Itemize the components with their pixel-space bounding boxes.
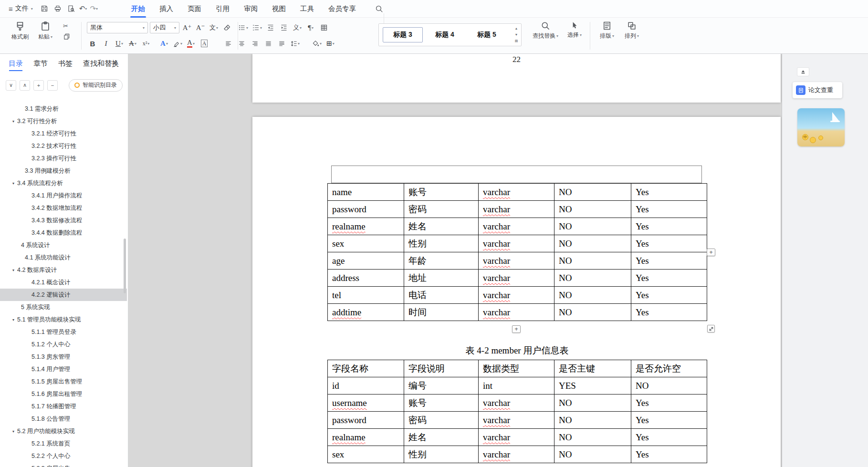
undo-button[interactable]: ↶ ▾ xyxy=(79,4,87,13)
table-header-cell[interactable]: 字段名称 xyxy=(328,360,404,377)
table-cell[interactable]: NO xyxy=(554,252,631,270)
table-cell[interactable]: 时间 xyxy=(404,304,479,321)
table-cell[interactable]: tel xyxy=(328,287,404,304)
style-gallery-scroll[interactable]: ▲ ▼ ▤ xyxy=(513,25,520,44)
table-cell[interactable]: password xyxy=(328,412,404,429)
menu-tab-6[interactable]: 视图 xyxy=(265,0,293,18)
paper-check-button[interactable]: 论文查重 xyxy=(793,82,842,98)
table-cell[interactable]: Yes xyxy=(631,394,707,412)
underline-button[interactable]: U▾ xyxy=(114,38,125,49)
sidebar-tab-2[interactable]: 章节 xyxy=(33,54,48,73)
toc-item[interactable]: 4.1 系统功能设计 xyxy=(0,251,127,264)
table-cell[interactable]: id xyxy=(328,377,404,394)
table-cell[interactable]: Yes xyxy=(631,304,707,321)
field-table-2[interactable]: 字段名称字段说明数据类型是否主键是否允许空id编号intYESNOusernam… xyxy=(327,360,707,463)
cut-button[interactable]: ✂ xyxy=(63,22,70,30)
table-cell[interactable]: realname xyxy=(328,218,404,235)
sidebar-tab-3[interactable]: 书签 xyxy=(58,54,73,73)
table-cell[interactable]: 年龄 xyxy=(404,252,479,270)
expand-all-button[interactable]: ∧ xyxy=(20,80,30,91)
toc-expand-icon[interactable]: ▾ xyxy=(12,268,14,272)
table-cell[interactable]: NO xyxy=(554,270,631,287)
text-effects-button[interactable]: A▾ xyxy=(158,38,170,49)
print-button[interactable] xyxy=(52,2,64,15)
table-cell[interactable]: username xyxy=(328,394,404,412)
file-menu-button[interactable]: ≡ 文件 ▾ xyxy=(4,4,38,13)
arrange-button[interactable]: 排列▾ xyxy=(620,21,643,40)
shading-button[interactable]: ▾ xyxy=(311,38,323,49)
table-cell[interactable]: age xyxy=(328,252,404,270)
font-color-button[interactable]: A▾ xyxy=(185,38,197,49)
decrease-indent-button[interactable] xyxy=(265,22,276,33)
empty-table-row[interactable] xyxy=(331,166,702,183)
toc-item[interactable]: 4.2.2 逻辑设计 xyxy=(0,289,127,301)
table-cell[interactable]: Yes xyxy=(631,446,707,463)
paste-button[interactable]: 粘贴▾ xyxy=(38,21,52,41)
table-cell[interactable]: name xyxy=(328,184,404,201)
sidebar-scrollbar[interactable] xyxy=(124,239,126,293)
table-cell[interactable]: 姓名 xyxy=(404,429,479,446)
toc-item[interactable]: 4.2.1 概念设计 xyxy=(0,276,127,289)
toc-item[interactable]: 3.2.1 经济可行性 xyxy=(0,127,127,140)
toc-item[interactable]: 3.4.3 数据修改流程 xyxy=(0,214,127,227)
style-chip-1[interactable]: 标题 3 xyxy=(383,27,423,42)
toc-item[interactable]: 5.1.5 房屋出售管理 xyxy=(0,375,127,388)
table-cell[interactable]: 电话 xyxy=(404,287,479,304)
toc-item[interactable]: 3.2.3 操作可行性 xyxy=(0,152,127,165)
line-spacing-button[interactable]: ▾ xyxy=(289,38,301,49)
align-left-button[interactable] xyxy=(222,38,234,49)
table-cell[interactable]: 密码 xyxy=(404,201,479,218)
toc-item[interactable]: 3.1 需求分析 xyxy=(0,103,127,115)
superscript-button[interactable]: x²▾ xyxy=(140,38,152,49)
table-cell[interactable]: Yes xyxy=(631,429,707,446)
copy-button[interactable] xyxy=(63,33,70,40)
toc-expand-icon[interactable]: ▾ xyxy=(12,318,14,322)
menu-tab-3[interactable]: 页面 xyxy=(180,0,209,18)
toc-item[interactable]: ▾3.4 系统流程分析 xyxy=(0,177,127,189)
table-cell[interactable]: NO xyxy=(554,304,631,321)
paragraph-marks-button[interactable]: ¶▾ xyxy=(305,22,316,33)
table-cell[interactable]: varchar xyxy=(479,429,554,446)
asian-layout-button[interactable]: 义▾ xyxy=(292,22,303,33)
promo-card[interactable]: 中 xyxy=(797,108,845,146)
table-cell[interactable]: Yes xyxy=(631,270,707,287)
toc-item[interactable]: ▾3.2 可行性分析 xyxy=(0,115,127,127)
menu-tab-8[interactable]: 会员专享 xyxy=(321,0,363,18)
table-cell[interactable]: varchar xyxy=(479,218,554,235)
menu-tab-2[interactable]: 插入 xyxy=(152,0,180,18)
toc-item[interactable]: 3.4.2 数据增加流程 xyxy=(0,202,127,214)
table-cell[interactable]: varchar xyxy=(479,446,554,463)
table-header-cell[interactable]: 是否主键 xyxy=(554,360,631,377)
zoom-out-button[interactable]: − xyxy=(47,80,58,91)
gallery-more-icon[interactable]: ▤ xyxy=(513,38,520,44)
toc-item[interactable]: 3.4.4 数据删除流程 xyxy=(0,227,127,239)
numbering-button[interactable]: ▾ xyxy=(251,22,263,33)
table-cell[interactable]: Yes xyxy=(631,287,707,304)
table-cell[interactable]: 账号 xyxy=(404,184,479,201)
style-chip-2[interactable]: 标题 4 xyxy=(425,27,465,42)
add-row-button[interactable]: + xyxy=(512,325,521,333)
toc-item[interactable]: 5.1.6 房屋出租管理 xyxy=(0,388,127,400)
table-cell[interactable]: 性别 xyxy=(404,446,479,463)
shrink-font-button[interactable]: A⁻ xyxy=(195,22,206,33)
table-cell[interactable]: Yes xyxy=(631,412,707,429)
table-cell[interactable]: varchar xyxy=(479,184,554,201)
style-chip-3[interactable]: 标题 5 xyxy=(467,27,507,42)
select-button[interactable]: 选择▾ xyxy=(564,21,585,39)
table-cell[interactable]: 地址 xyxy=(404,270,479,287)
sidebar-close-button[interactable]: × xyxy=(113,58,117,68)
document-page-22[interactable]: 22 xyxy=(252,54,781,103)
collapse-panel-button[interactable] xyxy=(797,67,809,76)
table-cell[interactable]: NO xyxy=(554,429,631,446)
table-cell[interactable]: varchar xyxy=(479,270,554,287)
clear-format-button[interactable] xyxy=(221,22,233,33)
toc-expand-icon[interactable]: ▾ xyxy=(12,429,14,434)
table-cell[interactable]: varchar xyxy=(479,304,554,321)
table-cell[interactable]: YES xyxy=(554,377,631,394)
toc-item[interactable]: 5.1.3 房东管理 xyxy=(0,351,127,363)
menu-tab-5[interactable]: 审阅 xyxy=(237,0,265,18)
table-header-cell[interactable]: 字段说明 xyxy=(404,360,479,377)
table-resize-handle[interactable] xyxy=(707,325,715,332)
find-replace-button[interactable]: 查找替换▾ xyxy=(530,21,561,40)
toc-item[interactable]: ▾4.2 数据库设计 xyxy=(0,264,127,276)
